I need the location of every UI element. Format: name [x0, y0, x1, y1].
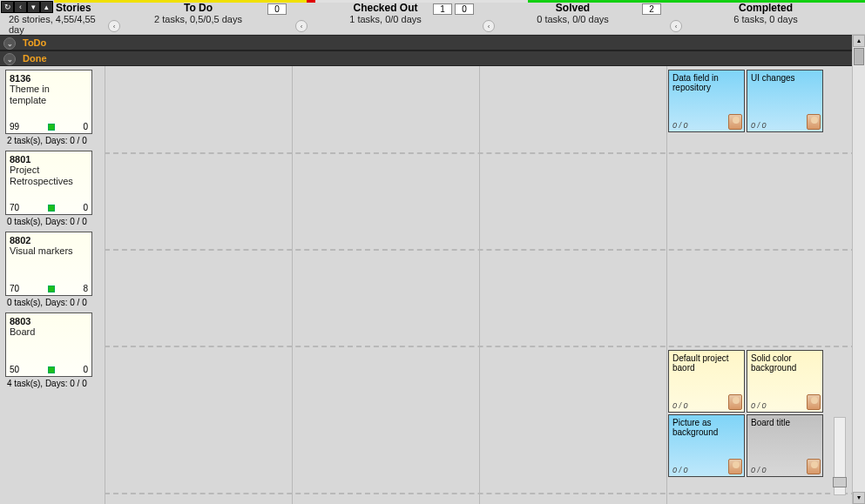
- lane-checkedout[interactable]: [292, 66, 479, 504]
- vertical-scrollbar[interactable]: ▴ ▾: [852, 35, 865, 504]
- section-label: ToDo: [23, 37, 46, 48]
- story-id: 8801: [10, 154, 88, 165]
- status-dot: [48, 205, 55, 212]
- col-checkedout: Checked Out 1 tasks, 0/0 days ‹ 1 0: [292, 0, 479, 34]
- story-right: 0: [83, 122, 88, 131]
- scroll-down-icon[interactable]: ▾: [853, 492, 865, 504]
- story-meta: 0 task(s), Days: 0 / 0: [0, 296, 105, 309]
- col-stories: Stories 26 stories, 4,55/4,55 day: [0, 0, 105, 34]
- story-title: Visual markers: [10, 245, 88, 268]
- collapse-btn[interactable]: ‹: [670, 20, 682, 32]
- story-left: 70: [10, 284, 19, 293]
- task-card[interactable]: UI changes 0 / 0: [747, 70, 823, 132]
- avatar-icon: [728, 459, 742, 474]
- lane-todo[interactable]: [105, 66, 292, 504]
- expand-icon[interactable]: ⌄: [3, 53, 16, 65]
- status-dot: [48, 124, 55, 131]
- story-right: 0: [83, 365, 88, 374]
- lane-stories: 8136 Theme in template 990 2 task(s), Da…: [0, 66, 105, 504]
- story-left: 70: [10, 203, 19, 212]
- col-title: To Do: [184, 0, 213, 14]
- lane-completed[interactable]: Data field in repository 0 / 0 UI change…: [666, 66, 836, 504]
- col-sub: 2 tasks, 0,5/0,5 days: [154, 14, 242, 24]
- col-sub: 6 tasks, 0 days: [733, 14, 797, 24]
- task-card[interactable]: Picture as background 0 / 0: [668, 414, 745, 477]
- section-done[interactable]: ⌄ Done: [0, 50, 865, 66]
- wip-count: 0: [267, 3, 287, 15]
- column-header: Stories 26 stories, 4,55/4,55 day To Do …: [0, 0, 865, 35]
- story-id: 8136: [10, 73, 88, 84]
- task-foot: 0 / 0: [672, 466, 688, 474]
- task-title: Picture as background: [672, 418, 740, 437]
- task-foot: 0 / 0: [751, 401, 767, 410]
- story-card[interactable]: 8802 Visual markers 708: [5, 232, 92, 296]
- scroll-up-icon[interactable]: ▴: [853, 35, 865, 47]
- avatar-icon: [807, 459, 821, 474]
- story-right: 0: [83, 203, 88, 212]
- wip-count: 0: [455, 3, 474, 15]
- task-foot: 0 / 0: [672, 121, 688, 130]
- task-title: Data field in repository: [672, 73, 740, 92]
- collapse-btn[interactable]: ‹: [108, 20, 120, 32]
- story-meta: 0 task(s), Days: 0 / 0: [0, 215, 105, 228]
- story-card[interactable]: 8136 Theme in template 990: [5, 70, 92, 134]
- col-title: Checked Out: [353, 0, 417, 14]
- scroll-thumb[interactable]: [854, 48, 864, 65]
- task-card[interactable]: Default project baord 0 / 0: [668, 350, 745, 413]
- story-title: Board: [10, 326, 88, 349]
- task-card[interactable]: Board title 0 / 0: [747, 414, 823, 477]
- task-title: Board title: [751, 418, 819, 427]
- wip-count: 2: [642, 3, 661, 15]
- col-solved: Solved 0 tasks, 0/0 days ‹ 2: [479, 0, 666, 34]
- avatar-icon: [728, 114, 742, 130]
- collapse-btn[interactable]: ‹: [483, 20, 495, 32]
- task-title: UI changes: [751, 73, 819, 83]
- task-title: Solid color background: [751, 353, 819, 373]
- zoom-slider[interactable]: [834, 417, 846, 495]
- lane-solved[interactable]: [479, 66, 666, 504]
- task-card[interactable]: Data field in repository 0 / 0: [668, 70, 745, 132]
- story-left: 99: [10, 122, 19, 131]
- board: 8136 Theme in template 990 2 task(s), Da…: [0, 66, 865, 504]
- section-label: Done: [23, 53, 47, 64]
- avatar-icon: [807, 114, 821, 130]
- col-title: Solved: [556, 0, 590, 14]
- col-sub: 0 tasks, 0/0 days: [537, 14, 609, 24]
- task-card[interactable]: Solid color background 0 / 0: [747, 350, 823, 413]
- task-foot: 0 / 0: [672, 401, 688, 410]
- expand-icon[interactable]: ⌄: [3, 37, 16, 50]
- task-foot: 0 / 0: [751, 466, 767, 474]
- story-meta: 4 task(s), Days: 0 / 0: [0, 377, 105, 390]
- story-id: 8803: [10, 316, 88, 326]
- story-id: 8802: [10, 235, 88, 245]
- section-todo[interactable]: ⌄ ToDo: [0, 35, 865, 50]
- zoom-thumb[interactable]: [833, 477, 847, 487]
- wip-count: 1: [433, 3, 452, 15]
- col-title: Completed: [739, 0, 793, 14]
- col-sub: 1 tasks, 0/0 days: [349, 14, 422, 24]
- story-meta: 2 task(s), Days: 0 / 0: [0, 134, 105, 147]
- task-group: Default project baord 0 / 0 Solid color …: [668, 350, 827, 477]
- story-title: Project Retrospectives: [10, 165, 88, 187]
- col-todo: To Do 2 tasks, 0,5/0,5 days ‹ 0: [105, 0, 292, 34]
- story-card[interactable]: 8803 Board 500: [5, 312, 92, 377]
- story-card[interactable]: 8801 Project Retrospectives 700: [5, 151, 92, 215]
- story-right: 8: [83, 284, 88, 293]
- col-title: Stories: [56, 0, 91, 14]
- avatar-icon: [807, 394, 821, 410]
- col-sub: 26 stories, 4,55/4,55 day: [9, 14, 105, 35]
- story-title: Theme in template: [10, 84, 88, 106]
- col-completed: Completed 6 tasks, 0 days ‹: [666, 0, 865, 34]
- avatar-icon: [728, 394, 742, 410]
- task-foot: 0 / 0: [751, 121, 767, 130]
- task-group: Data field in repository 0 / 0 UI change…: [668, 70, 823, 132]
- status-dot: [48, 286, 55, 292]
- status-dot: [48, 366, 55, 373]
- collapse-btn[interactable]: ‹: [295, 20, 307, 32]
- task-title: Default project baord: [672, 353, 740, 373]
- story-left: 50: [10, 365, 19, 374]
